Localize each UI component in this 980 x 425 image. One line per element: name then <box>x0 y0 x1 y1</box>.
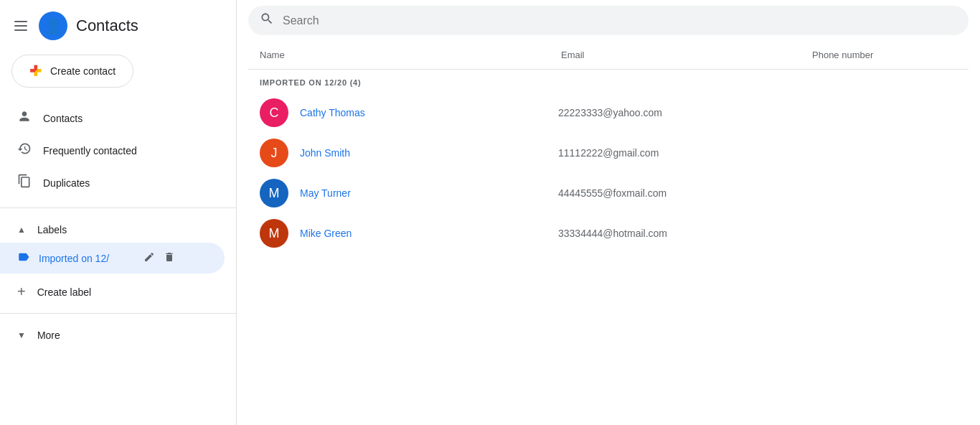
label-actions <box>141 248 178 268</box>
contact-row-cathy[interactable]: C Cathy Thomas 22223333@yahoo.com <box>248 93 969 133</box>
labels-section: ▲ Labels Imported on 12/ <box>0 214 236 276</box>
contact-email-john: 11112222@gmail.com <box>558 147 809 159</box>
app-title: Contacts <box>76 17 138 35</box>
contact-name-john: John Smith <box>300 147 558 159</box>
plus-icon: ✚ <box>29 62 42 80</box>
nav-section: Contacts Frequently contacted Duplicates <box>0 99 236 202</box>
search-bar <box>248 6 969 35</box>
labels-header[interactable]: ▲ Labels <box>0 217 236 243</box>
hamburger-menu-button[interactable] <box>11 18 30 34</box>
history-icon <box>17 141 32 159</box>
contact-name-may: May Turner <box>300 187 558 199</box>
contact-row-mike[interactable]: M Mike Green 33334444@hotmail.com <box>248 213 969 253</box>
divider-1 <box>0 207 236 208</box>
chevron-up-icon: ▲ <box>17 225 26 235</box>
frequently-contacted-label: Frequently contacted <box>43 145 137 157</box>
contacts-table: Name Email Phone number IMPORTED ON 12/2… <box>237 41 980 425</box>
search-input[interactable] <box>283 14 957 27</box>
contact-name-cathy: Cathy Thomas <box>300 107 558 118</box>
labels-title: Labels <box>37 224 67 235</box>
divider-2 <box>0 313 236 314</box>
create-contact-button[interactable]: ✚ Create contact <box>11 55 133 88</box>
edit-label-button[interactable] <box>141 248 158 268</box>
more-item[interactable]: ▼ More <box>0 322 225 348</box>
app-logo: 👤 <box>39 11 67 40</box>
plus-small-icon: + <box>17 284 26 300</box>
copy-icon <box>17 174 32 192</box>
create-contact-label: Create contact <box>50 65 116 77</box>
avatar-john: J <box>260 139 288 167</box>
avatar-cathy: C <box>260 98 288 127</box>
create-label-button[interactable]: + Create label <box>0 276 225 307</box>
search-icon <box>260 11 274 29</box>
user-icon: 👤 <box>44 17 62 34</box>
person-icon <box>17 109 32 127</box>
section-label: IMPORTED ON 12/20 (4) <box>248 70 969 93</box>
header-phone: Phone number <box>812 50 957 60</box>
contact-name-mike: Mike Green <box>300 228 558 239</box>
duplicates-label: Duplicates <box>43 177 90 189</box>
more-label: More <box>37 330 60 341</box>
delete-label-button[interactable] <box>161 248 178 268</box>
sidebar-item-contacts[interactable]: Contacts <box>0 102 225 134</box>
sidebar-header: 👤 Contacts <box>0 6 236 52</box>
main-content: Name Email Phone number IMPORTED ON 12/2… <box>237 0 980 425</box>
label-imported[interactable]: Imported on 12/ <box>0 243 225 274</box>
sidebar-item-frequently-contacted[interactable]: Frequently contacted <box>0 134 225 167</box>
avatar-may: M <box>260 179 288 207</box>
table-header: Name Email Phone number <box>248 41 969 70</box>
contact-email-may: 44445555@foxmail.com <box>558 187 809 199</box>
contact-email-cathy: 22223333@yahoo.com <box>558 107 809 118</box>
header-email: Email <box>561 50 812 60</box>
label-icon <box>17 251 30 266</box>
sidebar-item-duplicates[interactable]: Duplicates <box>0 167 225 199</box>
contact-row-may[interactable]: M May Turner 44445555@foxmail.com <box>248 173 969 213</box>
contact-row-john[interactable]: J John Smith 11112222@gmail.com <box>248 133 969 173</box>
contacts-label: Contacts <box>43 113 83 124</box>
sidebar: 👤 Contacts ✚ Create contact Contacts <box>0 0 237 425</box>
more-section: ▼ More <box>0 319 236 351</box>
label-imported-text: Imported on 12/ <box>39 253 132 264</box>
search-container <box>237 0 980 41</box>
contact-email-mike: 33334444@hotmail.com <box>558 228 809 239</box>
create-label-text: Create label <box>37 286 92 298</box>
chevron-down-icon: ▼ <box>17 330 26 340</box>
avatar-mike: M <box>260 219 288 248</box>
header-name: Name <box>260 50 561 60</box>
